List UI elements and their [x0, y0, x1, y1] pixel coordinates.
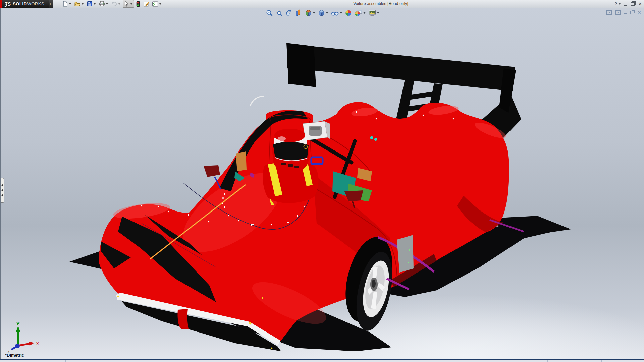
brand-solid: SOLID [13, 1, 27, 6]
document-restore-button[interactable] [630, 11, 634, 14]
status-pane [470, 360, 548, 362]
dropdown-arrow[interactable] [340, 12, 342, 14]
close-button[interactable]: ✕ [638, 1, 642, 6]
view-settings-icon [368, 9, 376, 17]
view-orientation-button[interactable] [304, 9, 316, 17]
model-viewport-render [1, 8, 644, 359]
view-orientation-icon [305, 9, 312, 17]
status-pane [406, 360, 470, 362]
dropdown-arrow[interactable] [377, 12, 379, 14]
dropdown-arrow[interactable] [82, 3, 84, 5]
wing-main-plane [287, 44, 515, 91]
featuremanager-splitter-tab[interactable] [1, 178, 4, 203]
document-close-button[interactable]: ✕ [637, 10, 641, 15]
graphics-viewport[interactable]: ◂ ▸ ✕ X Z Y *Dimetric [0, 8, 644, 359]
print-button[interactable] [98, 0, 110, 8]
dropdown-arrow[interactable] [106, 3, 108, 5]
title-bar: ƷS SOLID WORKS ▸ [0, 0, 644, 8]
logo-red-strip [0, 0, 2, 8]
triad-x-label: X [36, 342, 39, 346]
dropdown-arrow[interactable] [94, 3, 96, 5]
status-pane [66, 360, 111, 362]
dropdown-arrow[interactable] [69, 3, 71, 5]
pane-left-button[interactable]: ◂ [606, 10, 612, 15]
collapse-arrow-icon [1, 194, 3, 197]
logo-flyout-arrow[interactable]: ▸ [49, 0, 53, 8]
reference-triad: X Z Y [4, 321, 41, 353]
brand-works: WORKS [27, 1, 44, 6]
help-button[interactable]: ? [614, 1, 621, 6]
wing-endplate-left [286, 43, 316, 87]
display-style-button[interactable] [317, 9, 329, 17]
collapse-arrow-icon [1, 189, 3, 192]
hide-show-items-button[interactable] [330, 9, 343, 17]
status-pane [0, 360, 66, 362]
dropdown-arrow[interactable] [619, 3, 621, 5]
helmet-visor [273, 142, 309, 160]
solidworks-window: ƷS SOLID WORKS ▸ [0, 0, 644, 362]
eyeglasses-icon [331, 9, 339, 17]
collapse-arrow-icon [1, 184, 3, 187]
zoom-to-fit-icon [266, 9, 273, 17]
minimize-icon [624, 5, 627, 6]
view-settings-button[interactable] [368, 9, 380, 17]
headsup-view-toolbar [265, 9, 380, 17]
new-document-icon [62, 1, 68, 7]
help-glyph: ? [614, 1, 617, 6]
restore-icon [631, 2, 635, 6]
new-document-button[interactable] [61, 0, 73, 8]
section-view-icon [295, 9, 303, 17]
solidworks-logo: ƷS SOLID WORKS [0, 0, 49, 8]
zoom-to-area-icon [276, 9, 283, 17]
view-orientation-label: *Dimetric [5, 353, 24, 358]
gray-side-panel [397, 235, 414, 273]
windscreen-top-highlight [250, 97, 264, 106]
restore-button[interactable] [631, 2, 635, 6]
apply-scene-button[interactable] [354, 9, 367, 17]
dropdown-arrow[interactable] [364, 12, 366, 14]
window-title: Voiture assemblee [Read-only] [117, 0, 644, 8]
status-bar [0, 359, 644, 362]
pane-right-button[interactable]: ▸ [615, 10, 621, 15]
dropdown-arrow[interactable] [326, 12, 328, 14]
print-icon [99, 1, 105, 7]
rotate-view-icon [285, 9, 293, 17]
minimize-button[interactable] [624, 2, 627, 6]
appearance-ball-icon [345, 9, 352, 17]
apply-scene-icon [355, 9, 363, 17]
zoom-to-area-button[interactable] [275, 9, 284, 17]
edit-appearance-button[interactable] [344, 9, 353, 17]
status-pane [111, 360, 406, 362]
air-intake-box [303, 121, 330, 140]
rotate-view-button[interactable] [285, 9, 293, 17]
status-resize-grip[interactable] [602, 360, 644, 362]
triad-y-label: Y [16, 321, 19, 325]
save-button[interactable] [86, 0, 97, 8]
display-style-icon [318, 9, 325, 17]
zoom-to-fit-button[interactable] [265, 9, 274, 17]
save-icon [87, 1, 93, 7]
document-minimize-button[interactable] [624, 11, 627, 14]
open-document-button[interactable] [73, 0, 85, 8]
dropdown-arrow[interactable] [313, 12, 315, 14]
ds-logo-mark: ƷS [4, 1, 11, 7]
window-controls: ? ✕ [614, 0, 642, 8]
undo-icon [111, 1, 117, 7]
document-window-controls: ◂ ▸ ✕ [606, 10, 641, 15]
status-pane [548, 360, 602, 362]
splitter-post [177, 309, 189, 329]
open-document-icon [74, 1, 80, 7]
section-view-button[interactable] [294, 9, 303, 17]
